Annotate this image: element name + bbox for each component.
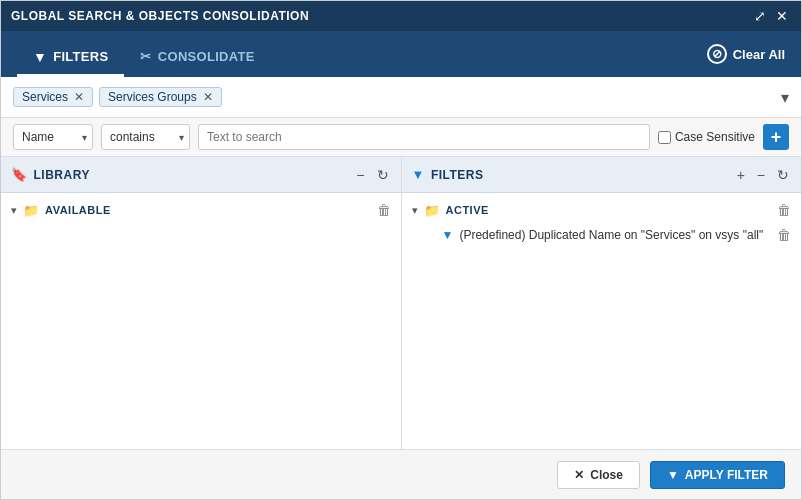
library-panel-actions: − ↻ [354,167,390,183]
library-minus-icon: − [356,167,364,183]
filters-panel-body: ▾ 📁 ACTIVE 🗑 ▼ (Predefined) Duplicated N… [402,193,802,449]
tag-services-label: Services [22,90,68,104]
apply-filter-button[interactable]: ▼ APPLY FILTER [650,461,785,489]
library-panel-body: ▾ 📁 AVAILABLE 🗑 [1,193,401,449]
active-tree-row: ▾ 📁 ACTIVE 🗑 [402,197,802,223]
clear-all-icon: ⊘ [707,44,727,64]
active-label: ACTIVE [446,204,772,216]
close-button-icon: ✕ [574,468,584,482]
title-text: GLOBAL SEARCH & OBJECTS CONSOLIDATION [11,9,309,23]
filters-add-button[interactable]: + [735,167,747,183]
tag-service-groups: Services Groups ✕ [99,87,222,107]
close-title-button[interactable]: ✕ [773,7,791,25]
tab-filters[interactable]: ▼ FILTERS [17,39,124,77]
case-sensitive-checkbox[interactable] [658,131,671,144]
search-bar: Name ▾ contains equals starts with ▾ Cas… [1,118,801,157]
tab-bar: ▼ FILTERS ✂ CONSOLIDATE ⊘ Clear All [1,31,801,77]
filters-panel-title: FILTERS [431,168,484,182]
tag-services-close[interactable]: ✕ [74,90,84,104]
available-chevron[interactable]: ▾ [11,204,17,217]
library-refresh-button[interactable]: ↻ [375,167,391,183]
clear-all-label: Clear All [733,47,785,62]
tab-consolidate[interactable]: ✂ CONSOLIDATE [124,39,270,77]
search-input[interactable] [198,124,650,150]
filters-refresh-button[interactable]: ↻ [775,167,791,183]
consolidate-tab-icon: ✂ [140,49,151,64]
library-panel: 🔖 LIBRARY − ↻ ▾ 📁 AVAILABLE 🗑 [1,157,402,449]
filters-minus-button[interactable]: − [755,167,767,183]
library-panel-title: LIBRARY [34,168,90,182]
tag-container: Services ✕ Services Groups ✕ [13,87,773,107]
add-filter-icon: + [771,127,782,148]
filter-tags-bar: Services ✕ Services Groups ✕ ▾ [1,77,801,118]
close-button-label: Close [590,468,623,482]
library-refresh-icon: ↻ [377,167,389,183]
modal-window: GLOBAL SEARCH & OBJECTS CONSOLIDATION ⤢ … [0,0,802,500]
tabs-container: ▼ FILTERS ✂ CONSOLIDATE [17,31,271,77]
maximize-button[interactable]: ⤢ [751,7,769,25]
condition-field-wrapper: contains equals starts with ▾ [101,124,190,150]
maximize-icon: ⤢ [754,8,766,24]
active-chevron[interactable]: ▾ [412,204,418,217]
condition-select[interactable]: contains equals starts with [101,124,190,150]
tag-services: Services ✕ [13,87,93,107]
panels-container: 🔖 LIBRARY − ↻ ▾ 📁 AVAILABLE 🗑 [1,157,801,449]
tag-service-groups-label: Services Groups [108,90,197,104]
filters-panel-header: ▼ FILTERS + − ↻ [402,157,802,193]
apply-filter-icon: ▼ [667,468,679,482]
close-icon: ✕ [776,8,788,24]
filters-panel-icon: ▼ [412,167,425,182]
filters-panel: ▼ FILTERS + − ↻ ▾ [402,157,802,449]
tags-dropdown-arrow[interactable]: ▾ [781,88,789,107]
library-bookmark-icon: 🔖 [11,167,28,182]
filters-add-icon: + [737,167,745,183]
filters-panel-title-area: ▼ FILTERS [412,167,484,182]
filter-item-icon: ▼ [442,228,454,242]
case-sensitive-label: Case Sensitive [658,130,755,144]
available-delete-icon[interactable]: 🗑 [377,202,391,218]
available-folder-icon: 📁 [23,203,39,218]
available-label: AVAILABLE [45,204,371,216]
name-field-wrapper: Name ▾ [13,124,93,150]
filters-refresh-icon: ↻ [777,167,789,183]
clear-all-button[interactable]: ⊘ Clear All [707,44,785,64]
filters-panel-actions: + − ↻ [735,167,791,183]
close-button[interactable]: ✕ Close [557,461,640,489]
title-bar-buttons: ⤢ ✕ [751,7,791,25]
filter-item-row: ▼ (Predefined) Duplicated Name on "Servi… [402,223,802,248]
library-panel-header: 🔖 LIBRARY − ↻ [1,157,401,193]
library-minus-button[interactable]: − [354,167,366,183]
apply-filter-label: APPLY FILTER [685,468,768,482]
filter-item-delete-icon[interactable]: 🗑 [777,227,791,243]
filter-tab-label: FILTERS [53,49,108,64]
consolidate-tab-label: CONSOLIDATE [158,49,255,64]
library-panel-title-area: 🔖 LIBRARY [11,167,90,182]
add-filter-button[interactable]: + [763,124,789,150]
name-select[interactable]: Name [13,124,93,150]
footer: ✕ Close ▼ APPLY FILTER [1,449,801,499]
case-sensitive-text: Case Sensitive [675,130,755,144]
tag-service-groups-close[interactable]: ✕ [203,90,213,104]
active-delete-icon[interactable]: 🗑 [777,202,791,218]
active-folder-icon: 📁 [424,203,440,218]
filter-tab-icon: ▼ [33,49,47,65]
title-bar: GLOBAL SEARCH & OBJECTS CONSOLIDATION ⤢ … [1,1,801,31]
filters-minus-icon: − [757,167,765,183]
filter-item-text: (Predefined) Duplicated Name on "Service… [459,227,771,244]
available-tree-row: ▾ 📁 AVAILABLE 🗑 [1,197,401,223]
